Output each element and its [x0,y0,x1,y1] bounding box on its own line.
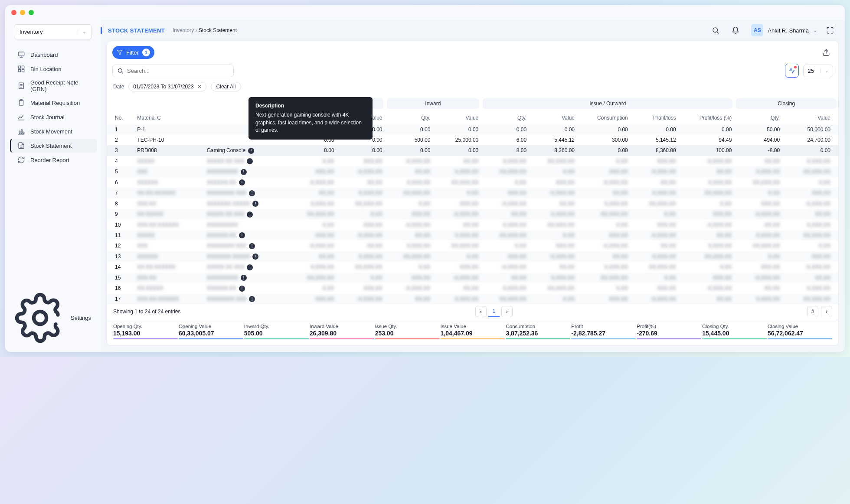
col-pl[interactable]: Profit/loss [631,111,679,124]
info-icon[interactable]: ! [239,179,245,185]
info-icon[interactable]: ! [248,148,254,154]
search-input[interactable] [127,68,229,74]
table-row[interactable]: 13XXXXXXXXXXXXX XXXXX!XX.XXX,XXX.XXXX,XX… [107,251,838,262]
user-name: Ankit R. Sharma [768,27,809,34]
info-icon[interactable]: ! [249,296,255,302]
table-row[interactable]: 17XXX-XX-XXXXXXXXXXXXXX XXX!XXX.XX-X,XXX… [107,294,838,303]
total-value: 56,72,062.47 [768,330,832,337]
sidebar-item-material-requisition[interactable]: Material Requisition [11,96,97,110]
col-x-val[interactable]: Value [529,111,577,124]
table-row[interactable]: 16XX-XXXXXXXXXXX-XX!X.XXXXX.XX-X,XXX.XXX… [107,283,838,294]
sidebar-item-dashboard[interactable]: Dashboard [11,48,97,62]
export-icon[interactable] [819,46,833,59]
sidebar-settings[interactable]: Settings [5,288,101,348]
totals-row: Opening Qty.15,193.00Opening Value60,33,… [107,320,838,345]
next-page-button[interactable]: › [501,306,513,317]
table-row[interactable]: 8XXX-XXXXXXXXX XXXXX!X,XXX.XXXX,XXX.XXX.… [107,198,838,209]
date-chip-label: Date [113,84,124,90]
minimize-window[interactable] [20,10,25,15]
settings-label: Settings [71,315,91,321]
table-row[interactable]: 6XXXXXXXXXXXX-XX!-X,XXX.XXXX.XXX,XXX.XXX… [107,177,838,188]
module-selector[interactable]: Inventory ⌄ [14,24,92,39]
sidebar-item-stock-journal[interactable]: Stock Journal [11,110,97,124]
total-label: Issue Value [441,324,505,329]
total-profit: Profit-2,82,785.27 [571,324,636,341]
total-label: Issue Qty. [375,324,440,329]
filter-count: 1 [142,49,150,56]
table-row[interactable]: 15XXX-XXXXXXXXXXX!XX,XXX.XXX.XXXXX.XX-X,… [107,273,838,283]
sidebar-item-stock-statement[interactable]: Stock Statement [10,139,97,153]
col-c-val[interactable]: Value [782,111,838,124]
sidebar: Inventory ⌄ DashboardBin LocationGood Re… [5,20,101,352]
close-window[interactable] [11,10,16,15]
total-label: Closing Qty. [702,324,767,329]
info-icon[interactable]: ! [241,169,247,175]
col-x-qty[interactable]: Qty. [481,111,529,124]
col-plp[interactable]: Profit/loss (%) [679,111,735,124]
module-name: Inventory [20,29,42,35]
refresh-icon [17,156,25,164]
col-no[interactable]: No. [107,111,134,124]
table-row[interactable]: 7XX-XX-XXXXXXXXXXXXXX XXX!XX.XXX,XXX.XXX… [107,188,838,198]
info-icon[interactable]: ! [241,275,247,281]
col-i-val[interactable]: Value [433,111,481,124]
svg-rect-10 [23,132,24,134]
info-icon[interactable]: ! [252,254,258,260]
sidebar-item-bin-location[interactable]: Bin Location [11,62,97,76]
svg-point-11 [34,312,46,324]
svg-rect-0 [18,52,24,56]
table-row[interactable]: 5XXXXXXXXXXXX!XXX.XX-X,XXX.XXXX.XXX,XXX.… [107,166,838,177]
table-row[interactable]: 11XXXXXXXXXXX-XX!XXX.XX-X,XXX.XXXX.XXX,X… [107,230,838,241]
total-value: 1,04,467.09 [441,330,505,337]
info-icon[interactable]: ! [252,201,258,207]
maximize-window[interactable] [29,10,34,15]
sidebar-item-reorder-report[interactable]: Reorder Report [11,153,97,167]
clear-all-button[interactable]: Clear All [211,82,242,91]
table-row[interactable]: 9XX-XXXXXXXXXX XX XXX!XX,XXX.XXX.XXXXX.X… [107,209,838,220]
table-row[interactable]: 3PRD008Gaming Console!0.000.000.000.008.… [107,145,838,156]
hash-button[interactable]: # [807,306,818,317]
table-row[interactable]: 14XX-XX-XXXXXXXXXXX XX XXX!X,XXX.XXXX,XX… [107,262,838,273]
info-icon[interactable]: ! [247,158,253,164]
total-consumption: Consumption3,87,252.36 [506,324,570,341]
activity-icon[interactable] [785,64,799,78]
info-icon[interactable]: ! [249,190,255,196]
table-row[interactable]: 12XXXXXXXXXXX XXX!-X,XXX.XXXX.XXX,XXX.XX… [107,241,838,251]
main-area: STOCK STATEMENT Inventory › Stock Statem… [101,20,845,352]
table-scroll[interactable]: Opening Inward Issue / Outward Closing N… [107,96,838,303]
total-issue-qty-: Issue Qty.253.00 [375,324,440,341]
info-icon[interactable]: ! [239,286,245,292]
info-icon[interactable]: ! [239,232,245,238]
table-row[interactable]: 10XXX-XX-XXXXXXXXXXXXXXXX.XXXXX.XX-X,XXX… [107,220,838,230]
col-i-qty[interactable]: Qty. [385,111,433,124]
info-icon[interactable]: ! [247,211,253,218]
barchart-icon [17,127,25,135]
prev-page-button[interactable]: ‹ [475,306,487,317]
expand-right-button[interactable]: › [821,306,832,317]
total-label: Profit [571,324,636,329]
info-icon[interactable]: ! [249,243,255,249]
total-label: Closing Value [768,324,832,329]
sidebar-item-label: Stock Movement [30,128,72,135]
remove-chip-icon[interactable]: ✕ [197,84,202,90]
col-material[interactable]: Material C [134,111,204,124]
sidebar-item-stock-movement[interactable]: Stock Movement [11,124,97,138]
table-row[interactable]: 1P-150.0050,000.000.000.000.000.000.000.… [107,124,838,135]
col-cons[interactable]: Consumption [577,111,631,124]
filter-button[interactable]: Filter 1 [112,46,154,59]
search-input-wrap[interactable] [112,65,234,77]
col-c-qty[interactable]: Qty. [734,111,782,124]
table-row[interactable]: 4XXXXXXXXXX XX XXX!X.XXXXX.XX-X,XXX.XXXX… [107,156,838,167]
bell-icon[interactable] [729,23,742,37]
sidebar-item-label: Dashboard [30,52,58,58]
info-icon[interactable]: ! [247,264,253,270]
total-opening-value: Opening Value60,33,005.07 [179,324,243,341]
sidebar-item-good-receipt-note-grn-[interactable]: Good Receipt Note (GRN) [11,76,97,95]
breadcrumb-root[interactable]: Inventory [173,27,194,33]
fullscreen-icon[interactable] [823,23,837,37]
user-menu[interactable]: AS Ankit R. Sharma ⌄ [749,24,817,36]
search-icon[interactable] [709,23,722,37]
table-row[interactable]: 2TEC-PH-100.000.00500.0025,000.006.005,4… [107,135,838,145]
page-number[interactable]: 1 [488,306,500,317]
page-size-selector[interactable]: 25 ⌄ [803,65,833,77]
